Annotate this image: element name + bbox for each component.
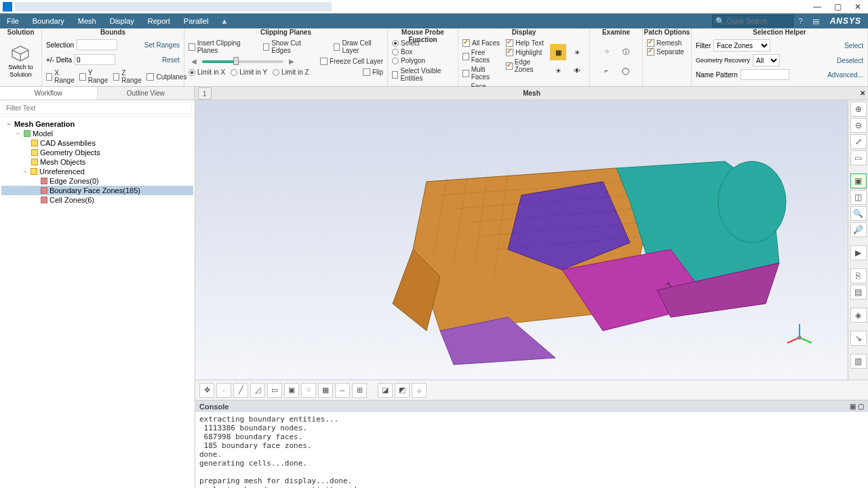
- probe-polygon-radio[interactable]: Polygon: [392, 57, 454, 64]
- btool-tri-icon[interactable]: ◿: [250, 383, 265, 398]
- zrange-checkbox[interactable]: Z Range: [113, 69, 142, 84]
- select-button[interactable]: Select: [844, 42, 863, 49]
- flip-checkbox[interactable]: Flip: [363, 68, 383, 76]
- btool-obj1-icon[interactable]: ◪: [378, 383, 393, 398]
- console-header[interactable]: Console ▣ ▢: [195, 400, 868, 412]
- menu-file[interactable]: File: [0, 14, 26, 28]
- tree-geometry-objects[interactable]: Geometry Objects: [1, 148, 193, 157]
- freeze-cell-layer-checkbox[interactable]: Freeze Cell Layer: [320, 58, 383, 65]
- ribbon-collapse-icon[interactable]: ▲: [216, 17, 234, 25]
- display-gear-icon[interactable]: ✳: [569, 44, 585, 60]
- btool-obj2-icon[interactable]: ◩: [395, 383, 410, 398]
- cutplanes-checkbox[interactable]: Cutplanes: [146, 73, 186, 81]
- vtool-zoom-sel-icon[interactable]: 🔍: [850, 206, 867, 221]
- btool-pan-icon[interactable]: ✥: [199, 383, 214, 398]
- btool-obj3-icon[interactable]: ⟐: [412, 383, 427, 398]
- btool-mgrid-icon[interactable]: ⊞: [352, 383, 367, 398]
- edge-zones-checkbox[interactable]: Edge Zones: [506, 58, 545, 73]
- minimize-button[interactable]: —: [807, 0, 827, 14]
- tab-workflow[interactable]: Workflow: [0, 87, 98, 100]
- vtool-zoom-all-icon[interactable]: 🔎: [850, 222, 867, 237]
- switch-to-solution-button[interactable]: Switch toSolution: [8, 45, 33, 79]
- btool-point-icon[interactable]: ·: [216, 383, 231, 398]
- tree-model[interactable]: −Model: [1, 129, 193, 138]
- vtool-box-icon[interactable]: ◫: [850, 190, 867, 205]
- graphics-tab-1[interactable]: 1: [198, 87, 212, 100]
- graphics-viewport[interactable]: ↖: [195, 100, 848, 380]
- set-ranges-button[interactable]: Set Ranges: [144, 41, 180, 49]
- btool-hstretch-icon[interactable]: ↔: [335, 383, 350, 398]
- examine-info-icon[interactable]: ⓘ: [618, 44, 634, 60]
- geom-recovery-select[interactable]: All: [753, 54, 780, 66]
- all-faces-checkbox[interactable]: All Faces: [462, 39, 500, 47]
- limit-z-radio[interactable]: Limit in Z: [273, 68, 309, 76]
- filter-select[interactable]: Face Zones: [713, 39, 770, 52]
- menu-boundary[interactable]: Boundary: [26, 14, 71, 28]
- clip-slider[interactable]: [202, 60, 283, 63]
- examine-scatter-icon[interactable]: ⁘: [599, 44, 615, 60]
- close-button[interactable]: ✕: [848, 0, 868, 14]
- display-sun-icon[interactable]: ☀: [550, 62, 566, 79]
- quick-search[interactable]: 🔍: [712, 15, 793, 27]
- name-pattern-input[interactable]: [741, 69, 789, 80]
- btool-line-icon[interactable]: ╱: [233, 383, 248, 398]
- limit-x-radio[interactable]: Limit in X: [189, 68, 225, 76]
- tree-root[interactable]: −Mesh Generation: [1, 119, 193, 129]
- selection-input[interactable]: [77, 39, 117, 50]
- tab-outline-view[interactable]: Outline View: [98, 87, 195, 100]
- vtool-iso-icon[interactable]: ◈: [850, 308, 867, 323]
- vtool-pick-icon[interactable]: ▣: [850, 174, 867, 188]
- menu-parallel[interactable]: Parallel: [177, 14, 216, 28]
- remesh-checkbox[interactable]: Remesh: [647, 39, 687, 47]
- vtool-zoom-out-icon[interactable]: ⊖: [850, 118, 867, 133]
- btool-rect-icon[interactable]: ▭: [267, 383, 282, 398]
- tree-cell-zones[interactable]: Cell Zones(6): [1, 195, 193, 205]
- yrange-checkbox[interactable]: Y Range: [79, 69, 108, 84]
- highlight-checkbox[interactable]: Highlight: [506, 49, 545, 56]
- multi-faces-checkbox[interactable]: Multi Faces: [462, 66, 500, 81]
- tree-unreferenced[interactable]: −Unreferenced: [1, 167, 193, 176]
- btool-grid-icon[interactable]: ▦: [318, 383, 333, 398]
- tree-filter-input[interactable]: [3, 102, 192, 114]
- menu-display[interactable]: Display: [103, 14, 141, 28]
- help-icon[interactable]: ?: [793, 14, 808, 28]
- reset-button[interactable]: Reset: [162, 56, 180, 64]
- vtool-play-icon[interactable]: ▶: [850, 245, 867, 260]
- maximize-button[interactable]: ▢: [827, 0, 848, 14]
- vtool-link-icon[interactable]: ⎘: [850, 268, 867, 283]
- vtool-page-icon[interactable]: ▥: [850, 354, 867, 369]
- graphics-close-icon[interactable]: ✕: [860, 89, 865, 97]
- quick-search-input[interactable]: [727, 18, 795, 25]
- btool-cluster-icon[interactable]: ⁘: [301, 383, 316, 398]
- examine-axes-icon[interactable]: ⌐: [599, 63, 615, 79]
- slider-left-icon[interactable]: ◀: [189, 58, 199, 65]
- vtool-zoom-in-icon[interactable]: ⊕: [850, 102, 867, 117]
- help-text-checkbox[interactable]: Help Text: [506, 39, 545, 47]
- deselect-button[interactable]: Deselect: [837, 57, 863, 64]
- draw-cell-layer-checkbox[interactable]: Draw Cell Layer: [334, 39, 383, 54]
- select-visible-checkbox[interactable]: Select Visible Entities: [392, 67, 454, 82]
- menu-report[interactable]: Report: [141, 14, 177, 28]
- layout-icon[interactable]: ▤: [808, 14, 823, 28]
- free-faces-checkbox[interactable]: Free Faces: [462, 49, 500, 64]
- console-expand-icon[interactable]: ▣ ▢: [850, 403, 864, 410]
- examine-clock-icon[interactable]: ◯: [618, 63, 634, 79]
- tree-edge-zones[interactable]: Edge Zones(0): [1, 176, 193, 186]
- vtool-fit-icon[interactable]: ⤢: [850, 134, 867, 149]
- xrange-checkbox[interactable]: X Range: [46, 69, 75, 84]
- vtool-view-icon[interactable]: ▭: [850, 150, 867, 165]
- separate-checkbox[interactable]: Separate: [647, 48, 687, 56]
- insert-clipping-checkbox[interactable]: Insert Clipping Planes: [189, 39, 254, 54]
- display-views-icon[interactable]: ▦: [550, 44, 566, 60]
- btool-box-icon[interactable]: ▣: [284, 383, 299, 398]
- display-eye-icon[interactable]: 👁: [569, 62, 585, 79]
- vtool-snap-icon[interactable]: ↘: [850, 331, 867, 346]
- probe-box-radio[interactable]: Box: [392, 48, 454, 56]
- menu-mesh[interactable]: Mesh: [71, 14, 103, 28]
- delta-input[interactable]: [75, 54, 115, 65]
- tree-mesh-objects[interactable]: Mesh Objects: [1, 157, 193, 167]
- limit-y-radio[interactable]: Limit in Y: [231, 68, 267, 76]
- slider-right-icon[interactable]: ▶: [286, 58, 297, 65]
- show-cut-edges-checkbox[interactable]: Show Cut Edges: [263, 39, 315, 54]
- tree-boundary-face-zones[interactable]: Boundary Face Zones(185): [1, 186, 193, 195]
